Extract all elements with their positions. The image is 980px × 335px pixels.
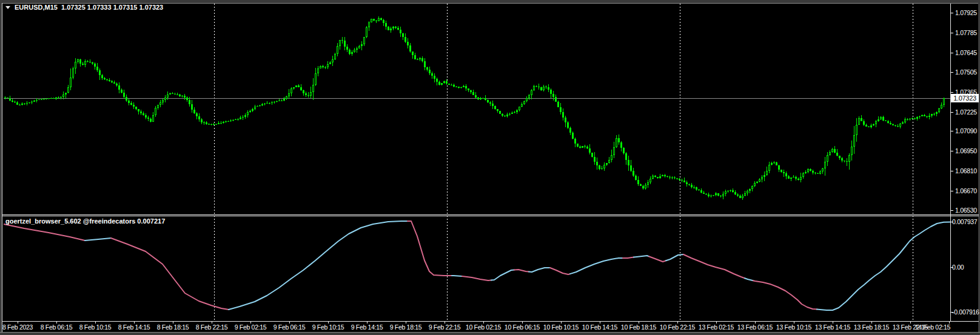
candle-body bbox=[480, 98, 482, 99]
candle-wick bbox=[281, 99, 282, 101]
candle-body bbox=[555, 97, 557, 102]
candle-body-hollow bbox=[616, 139, 617, 147]
candle-body bbox=[395, 27, 397, 28]
time-axis[interactable]: 8 Feb 20238 Feb 06:158 Feb 10:158 Feb 14… bbox=[2, 322, 951, 331]
candle-body bbox=[43, 99, 45, 99]
candle-body-hollow bbox=[653, 176, 653, 178]
candle-body-hollow bbox=[337, 47, 338, 53]
candle-body bbox=[29, 102, 30, 103]
candle-body bbox=[203, 122, 205, 123]
candle-body-hollow bbox=[854, 136, 854, 146]
candle-body bbox=[407, 42, 409, 45]
candle-body bbox=[295, 85, 297, 87]
candle-body bbox=[601, 168, 603, 169]
candle-body bbox=[24, 104, 25, 104]
candle-body-hollow bbox=[63, 95, 64, 96]
candle-body-hollow bbox=[313, 85, 314, 91]
candle-body-hollow bbox=[905, 120, 905, 122]
price-axis-tick bbox=[950, 151, 953, 151]
candle-body bbox=[453, 85, 455, 87]
window-frame-bottom bbox=[0, 333, 980, 335]
time-axis-label: 9 Feb 02:15 bbox=[235, 323, 267, 331]
price-axis-tick bbox=[950, 13, 953, 13]
time-axis-label: 13 Feb 10:15 bbox=[776, 323, 812, 331]
candle-body bbox=[89, 62, 91, 62]
candle-body bbox=[557, 102, 559, 107]
candle-body-hollow bbox=[808, 170, 808, 171]
candle-body bbox=[278, 101, 280, 101]
candle-body bbox=[404, 37, 406, 42]
candle-body bbox=[502, 114, 503, 116]
candle-body bbox=[861, 118, 862, 121]
candle-body-hollow bbox=[315, 74, 316, 84]
price-axis-tick bbox=[950, 112, 953, 113]
candle-body bbox=[897, 126, 899, 127]
candle-body bbox=[113, 82, 115, 84]
candle-body bbox=[567, 122, 569, 128]
time-axis-label: 8 Feb 22:15 bbox=[196, 323, 228, 331]
candle-body-hollow bbox=[742, 196, 743, 197]
time-axis-label: 8 Feb 2023 bbox=[2, 323, 33, 331]
time-axis-label: 8 Feb 10:15 bbox=[79, 323, 112, 331]
candle-body bbox=[470, 90, 472, 92]
candle-body bbox=[390, 28, 392, 30]
candle-body bbox=[448, 84, 450, 85]
candle-body bbox=[150, 119, 152, 122]
candle-body bbox=[240, 118, 241, 119]
candle-body bbox=[683, 181, 685, 182]
candle-body bbox=[894, 125, 896, 126]
candle-body bbox=[577, 144, 579, 147]
symbol-dropdown-icon[interactable] bbox=[5, 6, 10, 9]
candle-body bbox=[87, 61, 89, 62]
candle-body bbox=[890, 123, 891, 124]
candle-body bbox=[220, 123, 222, 124]
candle-body bbox=[686, 182, 688, 184]
candle-body bbox=[560, 107, 562, 112]
candle-body bbox=[133, 105, 135, 107]
candle-body bbox=[242, 117, 244, 118]
candle-wick bbox=[898, 124, 898, 127]
candle-body bbox=[846, 161, 848, 162]
candle-body bbox=[550, 90, 552, 94]
candle-body bbox=[424, 61, 426, 67]
candle-body bbox=[99, 70, 101, 75]
candle-body bbox=[210, 124, 212, 125]
candle-body-hollow bbox=[830, 153, 830, 154]
candle-body bbox=[618, 138, 620, 142]
candle-body bbox=[509, 114, 511, 114]
candle-body bbox=[324, 67, 326, 68]
candle-body bbox=[186, 98, 188, 100]
candle-body bbox=[111, 81, 113, 82]
candle-body bbox=[14, 102, 16, 102]
price-axis-tick bbox=[950, 33, 953, 33]
candle-body bbox=[548, 87, 549, 90]
candle-body bbox=[208, 124, 210, 125]
candle-body bbox=[400, 30, 401, 33]
time-axis-label: 8 Feb 06:15 bbox=[41, 323, 73, 331]
candle-body-hollow bbox=[366, 28, 367, 36]
candle-body bbox=[878, 119, 879, 121]
chart-canvas[interactable]: 1.079251.077851.076451.075051.073651.072… bbox=[0, 0, 980, 335]
candle-body bbox=[511, 113, 513, 114]
candle-body bbox=[504, 116, 506, 116]
candle-body-hollow bbox=[803, 174, 804, 176]
candle-body bbox=[346, 47, 348, 50]
candle-body bbox=[919, 116, 921, 117]
candle-body bbox=[431, 73, 433, 76]
candle-body bbox=[538, 87, 540, 87]
candle-body bbox=[936, 112, 938, 114]
time-axis-label: 10 Feb 18:15 bbox=[621, 323, 657, 331]
time-axis-label: 8 Feb 18:15 bbox=[157, 323, 189, 331]
candle-body-hollow bbox=[318, 69, 318, 73]
candle-body bbox=[298, 85, 300, 87]
candle-body bbox=[402, 33, 404, 37]
candle-body bbox=[460, 87, 462, 88]
price-axis-label: 1.07225 bbox=[955, 108, 977, 116]
candle-body bbox=[676, 178, 678, 179]
candle-body bbox=[630, 165, 632, 171]
candle-body bbox=[305, 93, 307, 95]
candle-body-hollow bbox=[155, 108, 156, 114]
candle-body bbox=[7, 98, 8, 98]
candle-body bbox=[128, 101, 130, 103]
candle-body bbox=[713, 195, 714, 196]
